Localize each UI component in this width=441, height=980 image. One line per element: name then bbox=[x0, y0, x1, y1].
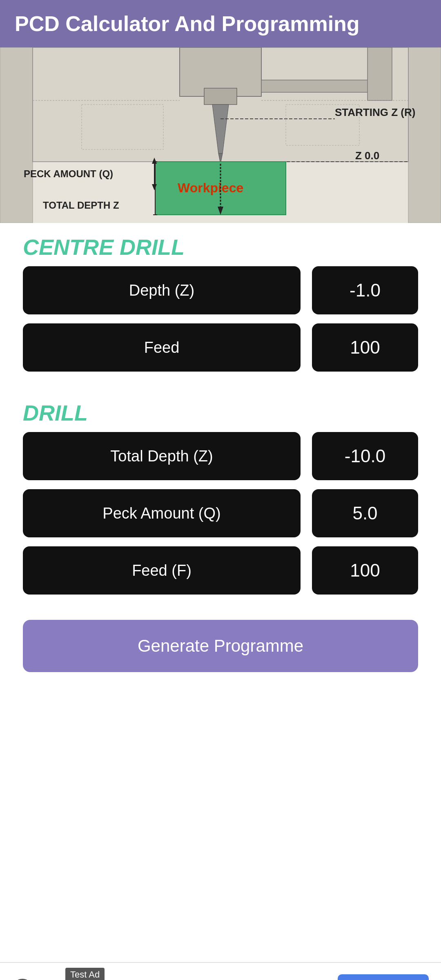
drill-section: DRILL Total Depth (Z) -10.0 Peck Amount … bbox=[0, 389, 441, 612]
ad-text-area: Test Ad Research 360 India's Top Stock I… bbox=[65, 968, 330, 980]
generate-programme-button[interactable]: Generate Programme bbox=[23, 620, 418, 672]
ad-banner: ℹ ✕ Test Ad Research 360 India's Top Sto… bbox=[0, 962, 441, 980]
diagram-svg: STARTING Z (R) Z 0.0 PECK AMOUNT (Q) TOT… bbox=[0, 47, 441, 223]
svg-text:Z 0.0: Z 0.0 bbox=[355, 149, 379, 162]
svg-text:STARTING Z (R): STARTING Z (R) bbox=[335, 106, 415, 118]
app-title: PCD Calculator And Programming bbox=[15, 12, 360, 36]
ad-test-label: Test Ad bbox=[65, 968, 105, 980]
feed-f-value-button[interactable]: 100 bbox=[312, 546, 418, 595]
total-depth-z-value-button[interactable]: -10.0 bbox=[312, 432, 418, 480]
centre-drill-section: CENTRE DRILL Depth (Z) -1.0 Feed 100 bbox=[0, 223, 441, 389]
centre-drill-inputs: Depth (Z) -1.0 Feed 100 bbox=[0, 266, 441, 389]
feed-f-row: Feed (F) 100 bbox=[23, 546, 418, 595]
svg-rect-1 bbox=[0, 47, 33, 223]
app-header: PCD Calculator And Programming bbox=[0, 0, 441, 47]
feed-row: Feed 100 bbox=[23, 323, 418, 372]
svg-text:TOTAL DEPTH Z: TOTAL DEPTH Z bbox=[43, 200, 119, 211]
feed-value-button[interactable]: 100 bbox=[312, 323, 418, 372]
depth-z-value-button[interactable]: -1.0 bbox=[312, 266, 418, 314]
drill-label: DRILL bbox=[0, 389, 441, 432]
svg-rect-8 bbox=[261, 80, 384, 92]
svg-rect-9 bbox=[368, 47, 392, 100]
diagram-area: STARTING Z (R) Z 0.0 PECK AMOUNT (Q) TOT… bbox=[0, 47, 441, 223]
total-depth-z-label-button[interactable]: Total Depth (Z) bbox=[23, 432, 301, 480]
svg-text:Workpiece: Workpiece bbox=[178, 180, 243, 195]
total-depth-z-row: Total Depth (Z) -10.0 bbox=[23, 432, 418, 480]
peck-amount-label-button[interactable]: Peck Amount (Q) bbox=[23, 489, 301, 537]
svg-text:PECK AMOUNT (Q): PECK AMOUNT (Q) bbox=[24, 168, 113, 179]
generate-btn-container: Generate Programme bbox=[0, 612, 441, 688]
centre-drill-label: CENTRE DRILL bbox=[0, 223, 441, 266]
svg-rect-5 bbox=[204, 88, 237, 105]
ad-visit-site-button[interactable]: VISIT SITE ▶ bbox=[338, 974, 429, 980]
feed-f-label-button[interactable]: Feed (F) bbox=[23, 546, 301, 595]
peck-amount-row: Peck Amount (Q) 5.0 bbox=[23, 489, 418, 537]
depth-z-row: Depth (Z) -1.0 bbox=[23, 266, 418, 314]
svg-rect-2 bbox=[408, 47, 441, 223]
feed-label-button[interactable]: Feed bbox=[23, 323, 301, 372]
empty-content-area bbox=[0, 688, 441, 980]
drill-inputs: Total Depth (Z) -10.0 Peck Amount (Q) 5.… bbox=[0, 432, 441, 612]
peck-amount-value-button[interactable]: 5.0 bbox=[312, 489, 418, 537]
depth-z-label-button[interactable]: Depth (Z) bbox=[23, 266, 301, 314]
